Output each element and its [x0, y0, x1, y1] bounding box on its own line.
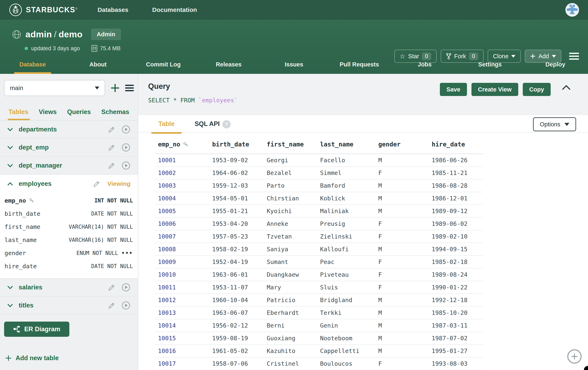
- repo-tab-about[interactable]: About: [65, 55, 130, 74]
- options-button[interactable]: Options: [533, 117, 576, 131]
- sidebar-table-dept-emp[interactable]: dept_emp: [0, 139, 138, 157]
- repo-tab-jobs[interactable]: Jobs: [392, 55, 457, 74]
- branch-menu-button[interactable]: [125, 85, 134, 91]
- column-header-hire-date: hire_date: [428, 133, 483, 154]
- cell-emp-no-link[interactable]: 10002: [155, 166, 209, 179]
- column-header-emp-no: emp_no: [155, 133, 209, 154]
- help-icon[interactable]: ?: [222, 120, 231, 128]
- tab-sql-api[interactable]: SQL API ?: [188, 120, 238, 133]
- branch-selector[interactable]: main: [4, 80, 105, 96]
- run-query-icon[interactable]: [121, 283, 130, 292]
- user-avatar[interactable]: [566, 3, 579, 17]
- cell-emp-no-link[interactable]: 10017: [155, 357, 209, 370]
- admin-badge: Admin: [91, 29, 121, 40]
- topnav-link-documentation[interactable]: Documentation: [152, 6, 197, 13]
- er-diagram-button[interactable]: ER Diagram: [4, 322, 69, 337]
- topnav-link-databases[interactable]: Databases: [98, 6, 128, 13]
- repo-name[interactable]: demo: [59, 29, 83, 39]
- cell: Sluis: [317, 281, 375, 294]
- cell-emp-no-link[interactable]: 10006: [155, 217, 209, 230]
- cell-emp-no-link[interactable]: 10012: [155, 294, 209, 306]
- sidebar-tab-schemas[interactable]: Schemas: [101, 108, 129, 120]
- repo-owner[interactable]: admin: [25, 29, 52, 39]
- copy-button[interactable]: Copy: [523, 83, 551, 96]
- cell-emp-no-link[interactable]: 10016: [155, 345, 209, 357]
- cell: Patricio: [263, 294, 317, 306]
- repo-tab-pull-requests[interactable]: Pull Requests: [327, 55, 392, 74]
- sql-statement[interactable]: SELECT * FROM `employees`: [148, 97, 588, 104]
- pencil-icon[interactable]: [107, 125, 115, 133]
- save-button[interactable]: Save: [440, 83, 467, 96]
- pencil-icon[interactable]: [107, 162, 115, 169]
- cell: F: [375, 268, 428, 281]
- pencil-icon[interactable]: [93, 180, 100, 188]
- sql-table-name: `employees`: [198, 97, 238, 104]
- table-name: dept_emp: [19, 144, 49, 151]
- cell: M: [375, 345, 428, 357]
- table-row: 100151959-08-19GuoxiangNooteboomM1987-07…: [155, 332, 483, 345]
- cell: 1989-09-12: [428, 205, 483, 217]
- cell: Maliniak: [317, 205, 375, 217]
- run-query-icon[interactable]: [121, 301, 130, 310]
- cell: Piveteau: [317, 268, 375, 281]
- cell: 1958-07-06: [209, 357, 263, 370]
- more-values-icon[interactable]: •••: [121, 250, 133, 256]
- cell-emp-no-link[interactable]: 10004: [155, 192, 209, 205]
- cell-emp-no-link[interactable]: 10015: [155, 332, 209, 345]
- cell: 1959-12-03: [209, 179, 263, 192]
- pencil-icon[interactable]: [107, 301, 115, 309]
- zoom-in-button[interactable]: [567, 349, 582, 364]
- cell-emp-no-link[interactable]: 10014: [155, 319, 209, 332]
- collapse-query-button[interactable]: [562, 84, 571, 90]
- run-query-icon[interactable]: [121, 125, 130, 134]
- new-branch-button[interactable]: [110, 83, 120, 93]
- create-view-button[interactable]: Create View: [472, 83, 518, 96]
- cell: 1960-10-04: [209, 294, 263, 306]
- pencil-icon[interactable]: [107, 283, 115, 291]
- cell-emp-no-link[interactable]: 10008: [155, 243, 209, 256]
- repo-tab-settings[interactable]: Settings: [457, 55, 523, 74]
- sidebar-tab-queries[interactable]: Queries: [67, 108, 91, 120]
- chevron-down-icon: [564, 123, 569, 126]
- sidebar-tab-views[interactable]: Views: [39, 108, 57, 120]
- cell-emp-no-link[interactable]: 10010: [155, 268, 209, 281]
- add-new-table-button[interactable]: Add new table: [5, 354, 138, 362]
- tab-table[interactable]: Table: [151, 120, 182, 133]
- repo-tab-database[interactable]: Database: [0, 55, 65, 74]
- sidebar-table-dept-manager[interactable]: dept_manager: [0, 157, 138, 175]
- sidebar-table-salaries[interactable]: salaries: [0, 278, 138, 297]
- cell-emp-no-link[interactable]: 10011: [155, 281, 209, 294]
- table-row: 100141956-02-12BerniGeninM1987-03-11: [155, 319, 483, 332]
- repo-tab-commit-log[interactable]: Commit Log: [131, 55, 196, 74]
- primary-key-icon: [183, 142, 188, 147]
- cell: Berni: [263, 319, 317, 332]
- repo-tab-releases[interactable]: Releases: [196, 55, 261, 74]
- cell: Mary: [263, 281, 317, 294]
- cell: Bouloucos: [317, 357, 375, 370]
- cell-emp-no-link[interactable]: 10003: [155, 179, 209, 192]
- repo-tab-deploy[interactable]: Deploy: [523, 55, 588, 74]
- table-header-row: emp_nobirth_datefirst_namelast_namegende…: [155, 133, 483, 154]
- sidebar-table-departments[interactable]: departments: [0, 121, 138, 139]
- cell: Genin: [317, 319, 375, 332]
- cell-emp-no-link[interactable]: 10013: [155, 306, 209, 319]
- run-query-icon[interactable]: [121, 143, 130, 152]
- cell: 1954-05-01: [209, 192, 263, 205]
- cell: Cristinel: [263, 357, 317, 370]
- cell: 1985-02-18: [428, 256, 483, 268]
- sidebar-table-titles[interactable]: titles: [0, 297, 138, 315]
- run-query-icon[interactable]: [121, 161, 130, 170]
- updated-text: updated 3 days ago: [31, 45, 80, 52]
- table-row: 100061953-04-20AnnekePreusigF1989-06-02: [155, 217, 483, 230]
- query-panel: Query SELECT * FROM `employees` Save Cre…: [138, 74, 588, 115]
- pencil-icon[interactable]: [107, 144, 115, 151]
- cell-emp-no-link[interactable]: 10005: [155, 205, 209, 217]
- cell-emp-no-link[interactable]: 10001: [155, 154, 209, 166]
- cell-emp-no-link[interactable]: 10009: [155, 256, 209, 268]
- cell: F: [375, 166, 428, 179]
- cell: Kazuhito: [263, 345, 317, 357]
- sidebar-tab-tables[interactable]: Tables: [9, 108, 28, 120]
- sidebar-table-employees[interactable]: employeesViewing: [0, 175, 138, 193]
- repo-tab-issues[interactable]: Issues: [261, 55, 327, 74]
- cell-emp-no-link[interactable]: 10007: [155, 230, 209, 243]
